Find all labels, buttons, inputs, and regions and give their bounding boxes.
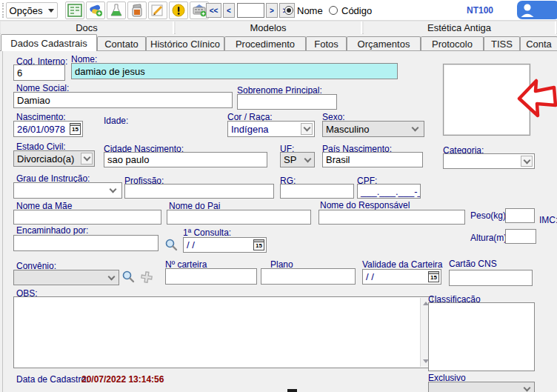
cartao-cns-field[interactable]	[449, 270, 533, 286]
partially-visible-element	[287, 389, 297, 392]
panel-left-edge	[2, 51, 3, 392]
chevron-down-icon[interactable]	[521, 156, 533, 167]
user-profile-button[interactable]	[517, 1, 557, 22]
cor-raca-value: Indígena	[231, 124, 269, 135]
primeira-consulta-label: 1ª Consulta:	[183, 227, 231, 238]
section-tab-docs[interactable]: Docs	[1, 21, 174, 34]
nav-next-button[interactable]: >	[266, 3, 278, 18]
cod-interno-field[interactable]: 6	[13, 64, 65, 81]
chevron-down-icon	[110, 186, 117, 193]
magnifier-icon	[121, 270, 135, 283]
tab-procedimento[interactable]: Procedimento	[224, 36, 306, 50]
tab-tiss[interactable]: TISS	[484, 36, 520, 50]
tab-orcamentos[interactable]: Orçamentos	[347, 36, 421, 50]
cpf-field[interactable]: ___.___.___-__	[357, 184, 421, 199]
classificacao-listbox[interactable]	[428, 302, 535, 371]
pais-nascimento-field[interactable]: Brasil	[322, 152, 423, 167]
nome-mae-field[interactable]	[13, 210, 161, 225]
nome-responsavel-field[interactable]	[318, 210, 465, 225]
idade-label: Idade:	[104, 116, 128, 126]
primeira-consulta-field[interactable]: / / 15	[183, 237, 267, 253]
radio-codigo-label: Código	[341, 5, 372, 16]
nome-responsavel-label: Nome do Responsável	[320, 200, 410, 210]
peso-field[interactable]	[505, 208, 535, 223]
plano-field[interactable]	[261, 268, 356, 285]
toolbar-grip[interactable]	[2, 3, 4, 18]
record-search-input[interactable]	[237, 3, 264, 18]
cidade-nascimento-field[interactable]: sao paulo	[104, 152, 267, 167]
validade-carteira-field[interactable]: / / 15	[362, 269, 441, 285]
chevron-down-icon	[412, 124, 419, 132]
convenio-select[interactable]	[13, 270, 119, 285]
chevron-down-icon	[304, 155, 312, 162]
nome-field[interactable]: damiao de jesus	[71, 63, 398, 79]
alerts-button[interactable]	[169, 1, 188, 19]
exams-button[interactable]	[107, 1, 126, 19]
person-icon	[517, 1, 557, 19]
patient-record-button[interactable]	[65, 1, 84, 19]
validade-carteira-label: Validade da Carteira	[362, 259, 443, 270]
toolbar: Opções	[0, 0, 557, 21]
uf-select[interactable]: SP	[280, 152, 315, 167]
estado-civil-select[interactable]: Divorciado(a)	[13, 150, 95, 167]
altura-field[interactable]	[505, 229, 536, 244]
radio-codigo[interactable]	[329, 6, 338, 15]
calendar-icon[interactable]: 15	[70, 123, 81, 135]
plus-icon	[141, 271, 153, 283]
magnifier-icon	[164, 238, 178, 251]
chevron-down-icon	[524, 385, 531, 392]
categoria-select[interactable]	[443, 153, 535, 169]
imc-label: IMC:	[539, 215, 557, 225]
calendar-icon[interactable]: 15	[428, 271, 439, 282]
flask-icon	[109, 4, 124, 17]
data-cadastro-label: Data de Cadastro:	[16, 374, 88, 385]
num-carteira-field[interactable]	[165, 268, 257, 285]
cor-raca-select[interactable]: Indígena	[227, 121, 315, 137]
options-menu-button[interactable]: Opções	[6, 2, 58, 19]
tab-dados-cadastrais[interactable]: Dados Cadastrais	[1, 34, 97, 51]
search-referrer-button[interactable]	[164, 238, 178, 254]
obs-textarea[interactable]	[13, 296, 433, 368]
chevron-down-icon[interactable]	[301, 123, 313, 135]
keyboard-add-icon	[192, 4, 207, 17]
add-convenio-button[interactable]	[141, 271, 153, 286]
patient-registration-window: Opções	[0, 0, 557, 392]
section-tab-modelos[interactable]: Modelos	[176, 21, 362, 34]
encaminhado-field[interactable]	[13, 235, 159, 251]
profissao-field[interactable]	[124, 184, 274, 199]
nascimento-field[interactable]: 26/01/0978 15	[13, 121, 83, 137]
tab-historico-clinico[interactable]: Histórico Clínico	[146, 36, 224, 50]
form-icon	[67, 4, 82, 17]
grau-instrucao-select[interactable]	[13, 182, 122, 199]
tab-protocolo[interactable]: Protocolo	[421, 36, 484, 50]
edit-notes-button[interactable]	[148, 1, 167, 19]
chevron-down-icon[interactable]	[81, 153, 93, 165]
section-tab-estetica-antiga[interactable]: Estética Antiga	[364, 21, 556, 34]
encaminhado-label: Encaminhado por:	[16, 225, 88, 236]
prescription-button[interactable]	[86, 1, 105, 19]
rg-field[interactable]	[280, 184, 354, 199]
warning-icon	[171, 4, 186, 17]
sobrenome-principal-field[interactable]	[237, 94, 337, 110]
version-code-label: NT100	[467, 5, 493, 16]
medication-jar-button[interactable]	[127, 1, 147, 19]
left-arrow-icon	[517, 74, 557, 123]
search-convenio-button[interactable]	[121, 270, 135, 286]
sexo-select[interactable]: Masculino	[322, 121, 424, 137]
tab-conta[interactable]: Conta	[520, 36, 557, 50]
exclusivo-select[interactable]	[428, 382, 535, 392]
peso-label: Peso(kg)	[470, 210, 506, 221]
cartao-cns-label: Cartão CNS	[449, 259, 497, 269]
radio-nome-label: Nome	[297, 5, 323, 16]
pencil-icon	[150, 4, 165, 17]
tab-fotos[interactable]: Fotos	[306, 36, 347, 50]
nome-social-field[interactable]: Damiao	[13, 92, 233, 108]
calendar-icon[interactable]: 15	[253, 239, 264, 250]
estado-civil-value: Divorciado(a)	[17, 153, 74, 165]
nome-pai-field[interactable]	[167, 210, 311, 225]
nav-prev-button[interactable]: <	[223, 3, 235, 18]
validade-carteira-value: / /	[366, 271, 374, 282]
radio-nome[interactable]	[284, 6, 293, 15]
nav-first-button[interactable]: <<	[206, 3, 221, 18]
tab-contato[interactable]: Contato	[97, 36, 146, 50]
